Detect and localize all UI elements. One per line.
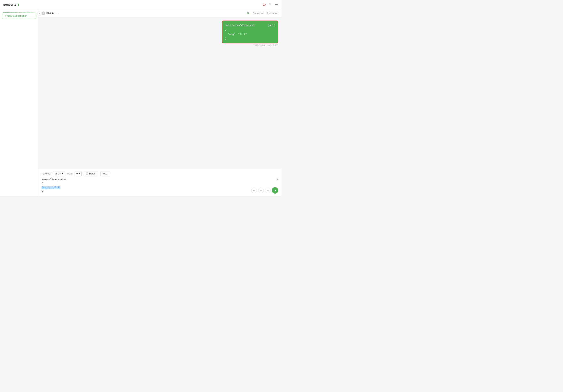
content-wrapper: ? Plaintext ▾ All Received Published Top…: [38, 9, 282, 196]
edit-icon[interactable]: ✎: [269, 3, 272, 6]
connection-title: Sensor 1: [3, 3, 16, 6]
message-container: Topic: sensor/1/temperature QoS: 0 { "ms…: [222, 21, 278, 47]
payload-label: Payload:: [41, 172, 51, 175]
toolbar-left: ? Plaintext ▾: [41, 12, 59, 15]
collapse-icon: ≡: [39, 13, 40, 15]
sidebar: + New Subscription: [0, 9, 38, 196]
bottom-toolbar: Payload: JSON ▾ QoS: 0 ▾ Retain Meta: [41, 171, 278, 176]
content-area: ? Plaintext ▾ All Received Published Top…: [38, 9, 282, 196]
format-dropdown-arrow[interactable]: ▾: [58, 12, 59, 14]
nav-next-button[interactable]: →: [265, 188, 271, 193]
main-layout: + New Subscription ≡ ? Plaintext ▾ All R…: [0, 9, 282, 196]
topic-input-row: ❯: [41, 178, 278, 181]
retain-button[interactable]: Retain: [84, 171, 99, 176]
bottom-actions: ← − → ➤: [251, 187, 278, 194]
new-subscription-button[interactable]: + New Subscription: [2, 13, 36, 19]
chevron-down-icon[interactable]: ❯: [17, 3, 20, 6]
message-body: { "msg": "17.2" }: [225, 29, 275, 40]
payload-highlighted-value: "msg": "17.2": [41, 186, 61, 189]
message-qos: QoS: 0: [268, 23, 275, 27]
filter-tab-published[interactable]: Published: [267, 11, 278, 15]
qos-label: QoS:: [67, 172, 73, 175]
format-label: Plaintext: [46, 12, 56, 15]
payload-line-2: "msg": "17.2": [41, 186, 278, 190]
header: Sensor 1 ❯ ⏻ ✎ •••: [0, 0, 282, 9]
meta-button[interactable]: Meta: [100, 171, 110, 176]
bottom-panel: Payload: JSON ▾ QoS: 0 ▾ Retain Meta: [38, 169, 282, 196]
send-icon: ➤: [274, 189, 276, 192]
message-toolbar: ? Plaintext ▾ All Received Published: [38, 9, 282, 17]
message-timestamp: 2022-09-06 11:00:17:663: [253, 44, 278, 47]
retain-label: Retain: [89, 172, 96, 175]
help-icon[interactable]: ?: [41, 12, 45, 15]
message-bubble-header: Topic: sensor/1/temperature QoS: 0: [225, 23, 275, 27]
messages-area: Topic: sensor/1/temperature QoS: 0 { "ms…: [38, 17, 282, 169]
message-bubble: Topic: sensor/1/temperature QoS: 0 { "ms…: [222, 21, 278, 43]
qos-select[interactable]: 0 ▾: [75, 171, 82, 176]
format-select-arrow: ▾: [62, 172, 63, 175]
more-icon[interactable]: •••: [275, 3, 278, 6]
topic-input[interactable]: [41, 178, 276, 181]
header-left: Sensor 1 ❯: [3, 3, 20, 6]
message-topic: Topic: sensor/1/temperature: [225, 23, 255, 27]
send-button[interactable]: ➤: [272, 187, 278, 194]
payload-editor-area: { "msg": "17.2" }: [41, 182, 278, 194]
qos-select-arrow: ▾: [78, 172, 80, 175]
payload-line-1: {: [41, 182, 278, 186]
format-value: JSON: [55, 172, 61, 175]
filter-tabs: All Received Published: [246, 11, 278, 15]
format-select[interactable]: JSON ▾: [53, 171, 65, 176]
payload-line-3: }: [41, 190, 278, 194]
header-right: ⏻ ✎ •••: [263, 3, 278, 6]
power-icon[interactable]: ⏻: [263, 3, 266, 6]
nav-prev-button[interactable]: ←: [251, 188, 257, 193]
filter-tab-received[interactable]: Received: [253, 11, 264, 15]
sidebar-collapse-button[interactable]: ≡: [37, 11, 42, 16]
filter-tab-all[interactable]: All: [246, 11, 249, 15]
retain-circle-icon: [86, 172, 88, 175]
topic-chevron-icon: ❯: [276, 178, 278, 181]
qos-value: 0: [76, 172, 78, 175]
nav-minus-button[interactable]: −: [258, 188, 264, 193]
